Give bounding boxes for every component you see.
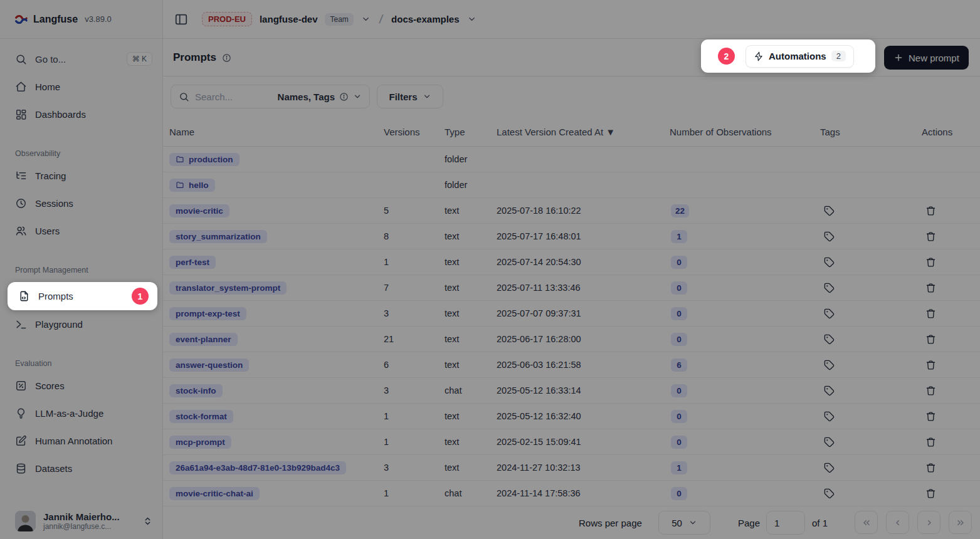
delete-button[interactable]: [922, 407, 939, 425]
column-header-created[interactable]: Latest Version Created At ▼: [497, 127, 670, 137]
observations-count-badge[interactable]: 22: [671, 204, 689, 217]
delete-button[interactable]: [922, 459, 939, 476]
observations-count-badge[interactable]: 0: [671, 487, 687, 500]
sidebar-item-goto[interactable]: Go to... ⌘ K: [0, 45, 162, 73]
sidebar-item-llm-judge[interactable]: LLM-as-a-Judge: [0, 399, 162, 427]
sidebar-item-sessions[interactable]: Sessions: [0, 189, 162, 217]
table-row[interactable]: story_summarization 8 text 2025-07-17 16…: [163, 224, 980, 249]
prompt-name-link[interactable]: movie-critic-chat-ai: [169, 487, 260, 500]
delete-button[interactable]: [922, 356, 939, 374]
tag-button[interactable]: [820, 459, 838, 476]
table-row[interactable]: movie-critic 5 text 2025-07-18 16:10:22 …: [163, 198, 980, 224]
filters-button[interactable]: Filters: [377, 85, 443, 108]
table-row[interactable]: mcp-prompt 1 text 2025-02-15 15:09:41 0: [163, 429, 980, 455]
tag-button[interactable]: [820, 382, 838, 399]
sidebar-toggle-icon[interactable]: [174, 13, 188, 26]
sidebar-item-tracing[interactable]: Tracing: [0, 162, 162, 189]
breadcrumb-org[interactable]: langfuse-dev: [260, 14, 318, 24]
prompt-name-link[interactable]: hello: [169, 179, 215, 192]
tag-button[interactable]: [820, 433, 838, 451]
observations-count-badge[interactable]: 0: [671, 307, 687, 320]
next-page-button[interactable]: [917, 511, 940, 534]
observations-count-badge[interactable]: 0: [671, 384, 687, 397]
observations-count-badge[interactable]: 0: [671, 410, 687, 423]
table-row[interactable]: movie-critic-chat-ai 1 chat 2024-11-14 1…: [163, 481, 980, 506]
delete-button[interactable]: [922, 279, 939, 296]
tag-button[interactable]: [820, 356, 838, 374]
tag-button[interactable]: [820, 330, 838, 348]
tag-button[interactable]: [820, 279, 838, 296]
search-input[interactable]: [195, 92, 272, 102]
tag-button[interactable]: [820, 484, 838, 502]
table-row[interactable]: answer-question 6 text 2025-06-03 16:21:…: [163, 352, 980, 378]
prompt-name-link[interactable]: mcp-prompt: [169, 436, 231, 449]
sidebar-item-scores[interactable]: Scores: [0, 372, 162, 399]
observations-count-badge[interactable]: 1: [671, 461, 687, 474]
table-row[interactable]: perf-test 1 text 2025-07-14 20:54:30 0: [163, 249, 980, 275]
delete-button[interactable]: [922, 253, 939, 271]
org-plan-badge: Team: [325, 13, 353, 26]
prompt-name-link[interactable]: 26a61a94-e3ab-48d7-81e0-13b929bad4c3: [169, 461, 346, 474]
delete-button[interactable]: [922, 202, 939, 219]
table-row[interactable]: stock-format 1 text 2025-05-12 16:32:40 …: [163, 404, 980, 429]
table-row[interactable]: prompt-exp-test 3 text 2025-07-07 09:37:…: [163, 301, 980, 327]
first-page-button[interactable]: [855, 511, 878, 534]
user-menu[interactable]: Jannik Maierho... jannik@langfuse.c...: [0, 511, 162, 531]
table-row[interactable]: stock-info 3 chat 2025-05-12 16:33:14 0: [163, 378, 980, 404]
sidebar-item-human-annotation[interactable]: Human Annotation: [0, 427, 162, 454]
observations-count-badge[interactable]: 0: [671, 436, 687, 449]
chevron-down-icon[interactable]: [467, 14, 477, 24]
breadcrumb-project[interactable]: docs-examples: [391, 14, 459, 24]
tag-button[interactable]: [820, 228, 838, 245]
prompt-name-link[interactable]: stock-format: [169, 410, 233, 423]
automations-button[interactable]: Automations 2: [746, 45, 854, 68]
prompt-name-link[interactable]: answer-question: [169, 358, 249, 372]
column-header-versions[interactable]: Versions: [384, 127, 445, 137]
observations-count-badge[interactable]: 0: [671, 281, 687, 295]
new-prompt-button[interactable]: New prompt: [884, 46, 969, 70]
table-row[interactable]: hello folder: [163, 172, 980, 198]
sidebar-item-users[interactable]: Users: [0, 217, 162, 244]
prompt-name-link[interactable]: stock-info: [169, 384, 223, 397]
tag-button[interactable]: [820, 407, 838, 425]
observations-count-badge[interactable]: 0: [671, 333, 687, 346]
delete-button[interactable]: [922, 305, 939, 322]
observations-count-badge[interactable]: 6: [671, 358, 687, 372]
delete-button[interactable]: [922, 433, 939, 451]
sidebar-item-playground[interactable]: Playground: [0, 310, 162, 338]
tag-button[interactable]: [820, 253, 838, 271]
table-row[interactable]: 26a61a94-e3ab-48d7-81e0-13b929bad4c3 3 t…: [163, 455, 980, 481]
tag-button[interactable]: [820, 305, 838, 322]
sidebar-item-dashboards[interactable]: Dashboards: [0, 100, 162, 128]
rows-per-page-select[interactable]: 50: [658, 511, 710, 535]
delete-button[interactable]: [922, 484, 939, 502]
sidebar-item-datasets[interactable]: Datasets: [0, 454, 162, 482]
table-row[interactable]: event-planner 21 text 2025-06-17 16:28:0…: [163, 327, 980, 352]
chevron-down-icon[interactable]: [361, 14, 371, 24]
sidebar-item-home[interactable]: Home: [0, 73, 162, 100]
table-row[interactable]: production folder: [163, 147, 980, 172]
search-box[interactable]: Names, Tags: [171, 85, 370, 108]
table-row[interactable]: translator_system-prompt 7 text 2025-07-…: [163, 275, 980, 301]
delete-button[interactable]: [922, 382, 939, 399]
column-header-observations[interactable]: Number of Observations: [670, 127, 820, 137]
column-header-type[interactable]: Type: [445, 127, 497, 137]
observations-count-badge[interactable]: 0: [671, 256, 687, 269]
sidebar-item-prompts[interactable]: Prompts 1: [8, 282, 157, 310]
column-header-name[interactable]: Name: [169, 127, 384, 137]
previous-page-button[interactable]: [886, 511, 909, 534]
page-number-input[interactable]: [766, 511, 805, 535]
prompt-name-link[interactable]: perf-test: [169, 256, 216, 269]
prompt-name-link[interactable]: event-planner: [169, 333, 238, 346]
prompt-name-link[interactable]: movie-critic: [169, 204, 229, 217]
tag-button[interactable]: [820, 202, 838, 219]
observations-count-badge[interactable]: 1: [671, 230, 687, 243]
prompt-name-link[interactable]: story_summarization: [169, 230, 267, 243]
prompt-name-link[interactable]: translator_system-prompt: [169, 281, 287, 295]
prompt-name-link[interactable]: production: [169, 153, 240, 166]
search-scope-select[interactable]: Names, Tags: [278, 92, 362, 102]
prompt-name-link[interactable]: prompt-exp-test: [169, 307, 246, 320]
delete-button[interactable]: [922, 330, 939, 348]
delete-button[interactable]: [922, 228, 939, 245]
last-page-button[interactable]: [949, 511, 972, 534]
